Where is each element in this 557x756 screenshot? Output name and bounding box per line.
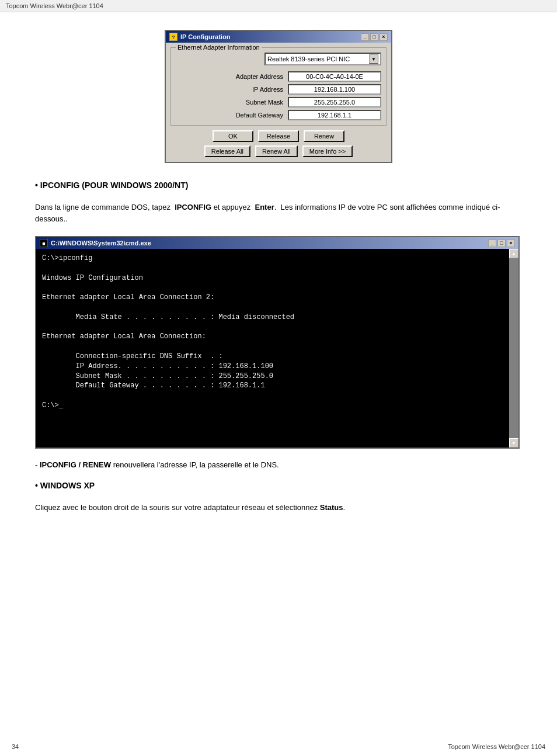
cmd-title: C:\WINDOWS\System32\cmd.exe	[51, 240, 151, 247]
footer-right-text: Topcom Wireless Webr@cer 1104	[448, 743, 545, 750]
release-button[interactable]: Release	[258, 130, 299, 142]
adapter-address-value: 00-C0-4C-A0-14-0E	[288, 71, 381, 82]
subnet-mask-value: 255.255.255.0	[288, 97, 381, 107]
renew-prefix: -	[35, 460, 40, 469]
cmd-titlebar-buttons: _ □ ×	[488, 240, 515, 247]
cmd-line: C:\>ipconfig	[42, 254, 501, 263]
section2-body-suffix: .	[343, 503, 346, 512]
renew-bold: IPCONFIG / RENEW	[40, 460, 111, 469]
scrollbar-down-button[interactable]: ▼	[509, 438, 518, 448]
ok-button[interactable]: OK	[213, 130, 253, 142]
cmd-line: Ethernet adapter Local Area Connection 2…	[42, 293, 501, 303]
cmd-line: Default Gateway . . . . . . . . : 192.16…	[42, 381, 501, 391]
cmd-close-button[interactable]: ×	[507, 240, 515, 247]
cmd-line: C:\>_	[42, 401, 501, 411]
cmd-titlebar: ■ C:\WINDOWS\System32\cmd.exe _ □ ×	[36, 237, 518, 249]
section1-heading: • IPCONFIG (POUR WINDOWS 2000/NT)	[35, 181, 522, 190]
more-info-button[interactable]: More Info >>	[302, 145, 353, 157]
adapter-dropdown: Realtek 8139-series PCI NIC ▼	[176, 53, 381, 65]
header-title: Topcom Wireless Webr@cer 1104	[6, 2, 103, 9]
cmd-line: Media State . . . . . . . . . . : Media …	[42, 313, 501, 322]
adapter-address-row: Adapter Address 00-C0-4C-A0-14-0E	[176, 71, 381, 82]
release-all-button[interactable]: Release All	[204, 145, 250, 157]
dialog-buttons-row2: Release All Renew All More Info >>	[170, 145, 387, 157]
cmd-minimize-button[interactable]: _	[488, 240, 496, 247]
ip-config-wrapper: ? IP Configuration _ □ × Ethernet Adapte…	[35, 30, 522, 163]
ip-config-dialog: ? IP Configuration _ □ × Ethernet Adapte…	[165, 30, 392, 163]
cmd-scrollbar: ▲ ▼	[509, 249, 518, 448]
subnet-mask-row: Subnet Mask 255.255.255.0	[176, 97, 381, 107]
page-number: 34	[12, 743, 19, 750]
subnet-mask-label: Subnet Mask	[246, 99, 283, 106]
cmd-line	[42, 283, 501, 293]
dialog-buttons-row1: OK Release Renew	[170, 130, 387, 142]
section2-body-prefix: Cliquez avec le bouton droit de la souri…	[35, 503, 320, 512]
gateway-label: Default Gateway	[236, 112, 283, 119]
close-button[interactable]: ×	[380, 33, 388, 41]
group-box-label: Ethernet Adapter Information	[176, 44, 262, 51]
titlebar-buttons: _ □ ×	[361, 33, 388, 41]
ip-address-row: IP Address 192.168.1.100	[176, 84, 381, 95]
cmd-icon: ■	[40, 239, 48, 247]
header-bar: Topcom Wireless Webr@cer 1104	[0, 0, 557, 12]
dialog-titlebar: ? IP Configuration _ □ ×	[166, 31, 391, 43]
adapter-select[interactable]: Realtek 8139-series PCI NIC ▼	[264, 53, 381, 65]
cmd-line	[42, 322, 501, 332]
adapter-address-label: Adapter Address	[236, 73, 283, 80]
dialog-body: Ethernet Adapter Information Realtek 813…	[166, 43, 391, 162]
cmd-body: C:\>ipconfig Windows IP Configuration Et…	[36, 249, 518, 448]
info-rows: Adapter Address 00-C0-4C-A0-14-0E IP Add…	[176, 71, 381, 120]
cmd-line	[42, 263, 501, 273]
section1-body: Dans la ligne de commande DOS, tapez IPC…	[35, 202, 522, 224]
cmd-line: Subnet Mask . . . . . . . . . . : 255.25…	[42, 372, 501, 382]
dialog-icon: ?	[169, 33, 177, 41]
cmd-wrapper: ■ C:\WINDOWS\System32\cmd.exe _ □ × C:\>…	[35, 236, 522, 449]
dialog-title: IP Configuration	[180, 33, 230, 40]
cmd-line: Connection-specific DNS Suffix . :	[42, 352, 501, 362]
scrollbar-up-button[interactable]: ▲	[509, 249, 518, 258]
cmd-window: ■ C:\WINDOWS\System32\cmd.exe _ □ × C:\>…	[35, 236, 520, 449]
ethernet-group-box: Ethernet Adapter Information Realtek 813…	[170, 47, 387, 126]
cmd-maximize-button[interactable]: □	[497, 240, 506, 247]
section2-heading-text: • WINDOWS XP	[35, 481, 95, 490]
section2-heading: • WINDOWS XP	[35, 481, 522, 490]
minimize-button[interactable]: _	[361, 33, 369, 41]
gateway-row: Default Gateway 192.168.1.1	[176, 110, 381, 120]
section2-body-bold: Status	[320, 503, 343, 512]
renew-text: - IPCONFIG / RENEW renouvellera l'adress…	[35, 460, 522, 469]
cmd-line: Windows IP Configuration	[42, 273, 501, 283]
cmd-line: IP Address. . . . . . . . . . . : 192.16…	[42, 362, 501, 372]
cmd-line: Ethernet adapter Local Area Connection:	[42, 332, 501, 342]
ip-address-label: IP Address	[252, 86, 283, 93]
cmd-line	[42, 303, 501, 313]
cmd-content: C:\>ipconfig Windows IP Configuration Et…	[42, 254, 513, 411]
renew-all-button[interactable]: Renew All	[255, 145, 298, 157]
ip-address-value: 192.168.1.100	[288, 84, 381, 95]
gateway-value: 192.168.1.1	[288, 110, 381, 120]
renew-suffix: renouvellera l'adresse IP, la passerelle…	[111, 460, 279, 469]
maximize-button[interactable]: □	[370, 33, 378, 41]
section1-heading-text: • IPCONFIG (POUR WINDOWS 2000/NT)	[35, 181, 188, 190]
adapter-value: Realtek 8139-series PCI NIC	[267, 56, 369, 63]
cmd-line	[42, 342, 501, 352]
footer-bar: 34 Topcom Wireless Webr@cer 1104	[0, 743, 557, 750]
dropdown-arrow-icon[interactable]: ▼	[369, 54, 378, 64]
cmd-line	[42, 391, 501, 401]
section2-body: Cliquez avec le bouton droit de la souri…	[35, 502, 522, 514]
renew-button[interactable]: Renew	[304, 130, 344, 142]
